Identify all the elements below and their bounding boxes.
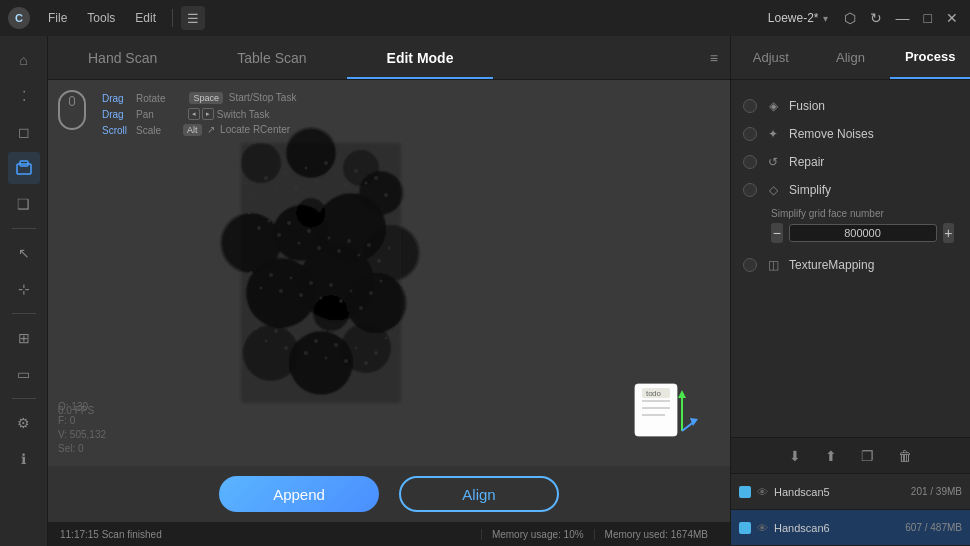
svg-point-65 [274, 329, 278, 333]
tool-info[interactable]: ℹ [8, 443, 40, 475]
svg-point-64 [264, 340, 267, 343]
svg-point-56 [319, 297, 322, 300]
svg-point-66 [284, 346, 288, 350]
svg-point-71 [334, 343, 338, 347]
svg-point-53 [289, 277, 292, 280]
svg-point-13 [346, 273, 406, 333]
svg-point-67 [294, 334, 297, 337]
coord-x: O: 130 [58, 400, 106, 414]
window-share[interactable]: ⬡ [840, 8, 860, 28]
align-button[interactable]: Align [399, 476, 559, 512]
tool-grid[interactable]: ⊞ [8, 322, 40, 354]
scan-name-handscan5: Handscan5 [774, 486, 905, 498]
right-tab-bar: Adjust Align Process [731, 36, 970, 80]
tab-process[interactable]: Process [890, 36, 970, 79]
scan-export-button[interactable]: ⬆ [821, 446, 841, 466]
simplify-label: Simplify [789, 183, 831, 197]
menu-file[interactable]: File [40, 9, 75, 27]
svg-point-31 [364, 182, 367, 185]
process-simplify[interactable]: ◇ Simplify [739, 176, 962, 204]
tab-align[interactable]: Align [811, 36, 891, 79]
scan-row-handscan5[interactable]: 👁 Handscan5 201 / 39MB [731, 474, 970, 510]
project-dropdown-icon[interactable]: ▾ [823, 13, 828, 24]
svg-point-35 [257, 226, 261, 230]
point-cloud-view [181, 113, 461, 433]
process-fusion[interactable]: ◈ Fusion [739, 92, 962, 120]
svg-point-76 [384, 337, 387, 340]
viewport-coords: O: 130 F: 0 V: 505,132 Sel: 0 [58, 400, 106, 456]
svg-point-29 [344, 183, 348, 187]
window-close[interactable]: ✕ [942, 8, 962, 28]
menu-edit[interactable]: Edit [127, 9, 164, 27]
coord-y: F: 0 [58, 414, 106, 428]
main-container: ⌂ ⁚ ◻ ❑ ↖ ⊹ ⊞ ▭ ⚙ ℹ Hand Scan Table Scan… [0, 36, 970, 546]
process-panel: ◈ Fusion ✦ Remove Noises ↺ Repair ◇ Simp… [731, 80, 970, 437]
simplify-plus-button[interactable]: + [943, 223, 955, 243]
svg-point-75 [374, 351, 378, 355]
tool-lasso[interactable]: ⊹ [8, 273, 40, 305]
simplify-minus-button[interactable]: − [771, 223, 783, 243]
tool-pointer[interactable]: ↖ [8, 237, 40, 269]
svg-point-74 [364, 361, 368, 365]
titlebar: C File Tools Edit ☰ Loewe-2* ▾ ⬡ ↻ — □ ✕ [0, 0, 970, 36]
tool-3d-view[interactable] [8, 152, 40, 184]
tab-menu-icon[interactable]: ≡ [710, 50, 718, 66]
toolbar-sep2 [12, 313, 36, 314]
tab-adjust[interactable]: Adjust [731, 36, 811, 79]
svg-point-51 [269, 273, 273, 277]
fusion-label: Fusion [789, 99, 825, 113]
texture-mapping-label: TextureMapping [789, 258, 874, 272]
remove-noises-toggle[interactable] [743, 127, 757, 141]
svg-point-38 [287, 221, 291, 225]
scan-row-handscan6[interactable]: 👁 Handscan6 607 / 487MB [731, 510, 970, 546]
status-message: 11:17:15 Scan finished [60, 529, 162, 540]
fusion-toggle[interactable] [743, 99, 757, 113]
tool-frame[interactable]: ▭ [8, 358, 40, 390]
scan-visibility-handscan5[interactable]: 👁 [757, 486, 768, 498]
scan-copy-button[interactable]: ❐ [857, 446, 878, 466]
tab-edit-mode[interactable]: Edit Mode [347, 36, 494, 79]
project-name: Loewe-2* ▾ [768, 11, 828, 25]
svg-point-27 [324, 161, 328, 165]
mouse-drag-rotate: Drag Rotate Space Start/Stop Task [102, 92, 296, 104]
scan-import-button[interactable]: ⬇ [785, 446, 805, 466]
process-repair[interactable]: ↺ Repair [739, 148, 962, 176]
window-maximize[interactable]: □ [920, 8, 936, 28]
svg-point-61 [369, 291, 373, 295]
tab-hand-scan[interactable]: Hand Scan [48, 36, 197, 79]
remove-noises-label: Remove Noises [789, 127, 874, 141]
scan-visibility-handscan6[interactable]: 👁 [757, 522, 768, 534]
app-logo: C [8, 7, 30, 29]
tool-nodes[interactable]: ⁚ [8, 80, 40, 112]
svg-point-45 [357, 254, 360, 257]
window-refresh[interactable]: ↻ [866, 8, 886, 28]
scan-list-toolbar: ⬇ ⬆ ❐ 🗑 [731, 438, 970, 474]
tool-settings[interactable]: ⚙ [8, 407, 40, 439]
svg-point-4 [286, 128, 336, 178]
sidebar-toggle[interactable]: ☰ [181, 6, 205, 30]
process-remove-noises[interactable]: ✦ Remove Noises [739, 120, 962, 148]
menu-tools[interactable]: Tools [79, 9, 123, 27]
svg-point-17 [296, 198, 326, 228]
tool-layers[interactable]: ❑ [8, 188, 40, 220]
scan-delete-button[interactable]: 🗑 [894, 446, 916, 466]
svg-point-18 [313, 295, 349, 331]
repair-toggle[interactable] [743, 155, 757, 169]
simplify-value-input[interactable] [789, 224, 937, 242]
svg-marker-86 [678, 390, 686, 398]
status-bar: 11:17:15 Scan finished Memory usage: 10%… [48, 522, 730, 546]
viewport[interactable]: Drag Rotate Space Start/Stop Task Drag P… [48, 80, 730, 466]
svg-point-22 [274, 190, 277, 193]
svg-point-50 [259, 287, 262, 290]
tab-table-scan[interactable]: Table Scan [197, 36, 346, 79]
tool-cube[interactable]: ◻ [8, 116, 40, 148]
process-texture-mapping[interactable]: ◫ TextureMapping [739, 251, 962, 279]
toolbar-sep3 [12, 398, 36, 399]
simplify-toggle[interactable] [743, 183, 757, 197]
window-minimize[interactable]: — [892, 8, 914, 28]
svg-point-3 [241, 143, 281, 183]
append-button[interactable]: Append [219, 476, 379, 512]
svg-point-26 [314, 179, 318, 183]
tool-home[interactable]: ⌂ [8, 44, 40, 76]
texture-mapping-toggle[interactable] [743, 258, 757, 272]
